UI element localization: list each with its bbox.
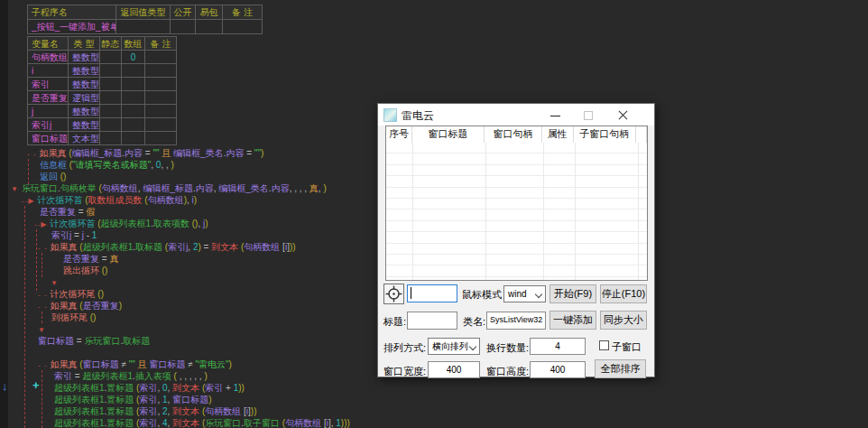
table-cell[interactable] (145, 64, 177, 78)
sync-size-button[interactable]: 同步大小 (600, 311, 647, 330)
listview-column-header[interactable]: 窗口句柄 (485, 126, 542, 143)
column-header: 子程序名 (28, 5, 116, 20)
table-cell[interactable] (145, 105, 177, 118)
plus-icon[interactable]: + (32, 378, 40, 392)
stop-button[interactable]: 停止(F10) (600, 284, 647, 303)
table-cell[interactable] (171, 20, 196, 34)
table-cell[interactable]: i (28, 64, 69, 78)
code-token: = (143, 148, 152, 158)
table-cell[interactable]: _按钮_一键添加_被单击 (28, 20, 116, 34)
title-label: 标题: (383, 315, 406, 329)
listview-header: 序号窗口标题窗口句柄属性子窗口句柄 (386, 126, 647, 144)
child-window-checkbox[interactable] (599, 340, 609, 350)
code-token: 到文本 (172, 406, 199, 416)
code-line[interactable]: 超级列表框1.置标题 (索引, 2, 到文本 (句柄数组 [i])) (0, 405, 868, 417)
code-token: - (84, 230, 92, 240)
table-cell[interactable] (122, 132, 145, 145)
window-finder-button[interactable] (383, 284, 404, 304)
code-token: 超级列表框1 (83, 242, 134, 252)
window-height-input[interactable]: 400 (530, 361, 586, 378)
table-cell[interactable] (100, 132, 122, 145)
code-token: 是否重复 (63, 254, 99, 264)
finder-input[interactable] (407, 284, 457, 302)
table-cell[interactable] (145, 78, 177, 91)
table-cell[interactable] (145, 118, 177, 132)
chevron-down-icon (469, 343, 476, 350)
table-cell[interactable]: 逻辑型 (69, 91, 100, 105)
code-token: 到循环尾 (51, 312, 88, 322)
code-token: )) (290, 242, 296, 252)
listview-column-header[interactable]: 窗口标题 (412, 126, 485, 143)
table-cell[interactable]: 整数型 (69, 64, 100, 78)
table-cell[interactable]: 是否重复 (28, 91, 69, 105)
chevron-down-icon (535, 291, 542, 298)
table-cell[interactable] (100, 105, 122, 118)
table-cell[interactable]: 索引j (28, 118, 69, 132)
column-header: 类 型 (69, 37, 100, 51)
maximize-button[interactable] (573, 104, 604, 126)
table-cell[interactable]: 0 (122, 51, 145, 64)
table-cell[interactable] (116, 20, 171, 34)
listview-column-header[interactable]: 子窗口句柄 (574, 126, 637, 143)
table-cell[interactable]: 整数型 (69, 78, 100, 91)
code-token: ))) (341, 418, 350, 428)
table-cell[interactable] (196, 20, 223, 34)
dialog-title: 雷电云 (402, 108, 434, 124)
code-token: 句柄数组 (285, 418, 321, 428)
mouse-mode-select[interactable]: wind (503, 285, 546, 302)
down-arrow-icon[interactable]: ↓ (2, 379, 8, 393)
table-cell[interactable] (223, 20, 263, 34)
column-header: 静态 (100, 37, 122, 51)
table-cell[interactable] (100, 91, 122, 105)
table-cell[interactable] (122, 78, 145, 91)
code-token: 取数组成员数 (88, 195, 143, 205)
table-cell[interactable] (145, 51, 177, 64)
code-token: 到文本 (172, 383, 199, 393)
table-cell[interactable] (122, 64, 145, 78)
table-cell[interactable]: 索引 (28, 78, 69, 91)
table-cell[interactable] (100, 51, 122, 64)
code-token: 句柄数组 (102, 183, 138, 193)
table-cell[interactable]: 文本型 (69, 132, 100, 145)
table-cell[interactable] (122, 105, 145, 118)
table-cell[interactable] (145, 132, 177, 145)
flow-marker-icon: - - (27, 150, 37, 158)
title-input[interactable] (407, 312, 457, 330)
table-cell[interactable]: 句柄数组 (28, 51, 69, 64)
table-cell[interactable]: 窗口标题 (28, 132, 69, 145)
table-cell[interactable]: 整数型 (69, 105, 100, 118)
arrange-mode-select[interactable]: 横向排列 (428, 338, 480, 355)
listview-column-header[interactable]: 属性 (542, 126, 574, 143)
listview-body[interactable] (386, 143, 647, 280)
table-cell[interactable] (100, 78, 122, 91)
window-width-input[interactable]: 400 (428, 361, 480, 378)
class-input[interactable]: SysListView32 (486, 312, 546, 330)
sort-all-button[interactable]: 全部排序 (595, 359, 646, 378)
code-token: 句柄数组 (244, 242, 280, 252)
code-line[interactable]: 超级列表框1.置标题 (索引, 0, 到文本 (索引 + 1)) (0, 382, 868, 394)
code-token: 内容 (196, 183, 214, 193)
code-token: 窗口标题 (149, 359, 185, 369)
table-cell[interactable] (100, 64, 122, 78)
table-cell[interactable]: 整数型 (69, 118, 100, 132)
table-cell[interactable] (145, 91, 177, 105)
code-token: "" (129, 359, 135, 369)
dialog-titlebar[interactable]: 雷电云 (378, 104, 654, 126)
code-token: () (189, 219, 198, 228)
code-line[interactable]: 超级列表框1.置标题 (索引, 4, 到文本 (乐玩窗口.取子窗口 (句柄数组 … (0, 417, 868, 428)
close-button[interactable] (607, 104, 638, 126)
listview[interactable]: 序号窗口标题窗口句柄属性子窗口句柄 (385, 126, 648, 281)
code-token: 乐玩窗口 (205, 418, 241, 428)
wrap-count-input[interactable]: 4 (530, 338, 586, 355)
mouse-mode-value: wind (508, 289, 527, 299)
table-cell[interactable] (100, 118, 122, 132)
listview-column-header[interactable]: 序号 (386, 126, 412, 143)
one-key-add-button[interactable]: 一键添加 (549, 311, 596, 330)
start-button[interactable]: 开始(F9) (549, 284, 596, 303)
code-line[interactable]: 超级列表框1.置标题 (索引, 1, 窗口标题) (0, 394, 868, 405)
minimize-button[interactable] (540, 104, 571, 126)
table-cell[interactable]: j (28, 105, 69, 118)
table-cell[interactable] (122, 118, 145, 132)
table-cell[interactable]: 整数型 (69, 51, 100, 64)
table-cell[interactable] (122, 91, 145, 105)
